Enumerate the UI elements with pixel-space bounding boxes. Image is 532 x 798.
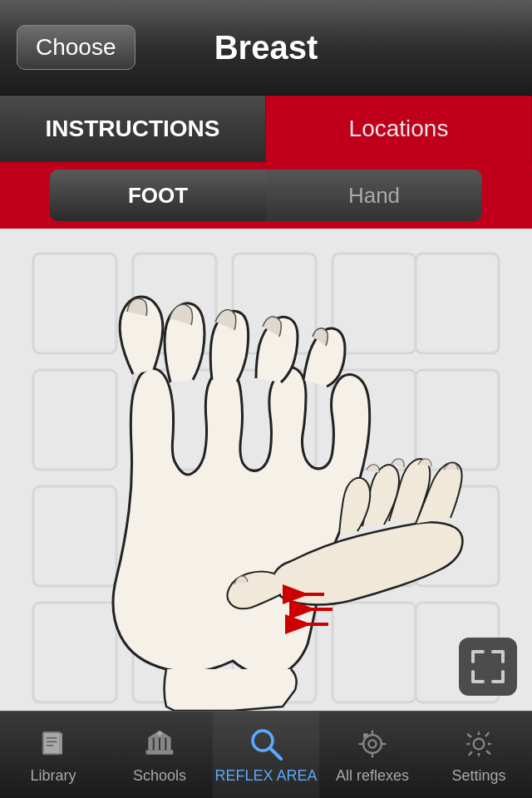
tab-row-1: INSTRUCTIONS Locations	[0, 96, 532, 162]
bottom-navigation: Library Schools REFLEX AR	[0, 711, 532, 798]
svg-point-39	[368, 740, 376, 747]
nav-label-library: Library	[30, 767, 76, 785]
choose-button[interactable]: Choose	[17, 25, 135, 70]
tab-instructions[interactable]: INSTRUCTIONS	[0, 96, 266, 162]
schools-icon	[141, 726, 178, 762]
tab-locations[interactable]: Locations	[266, 96, 532, 162]
nav-label-reflex-area: REFLEX AREA	[214, 767, 317, 785]
nav-label-all-reflexes: All reflexes	[336, 767, 409, 785]
svg-rect-32	[160, 737, 165, 750]
tab-hand[interactable]: Hand	[266, 170, 482, 221]
settings-icon	[461, 726, 497, 762]
svg-point-35	[157, 731, 161, 735]
svg-rect-31	[155, 737, 159, 750]
nav-item-all-reflexes[interactable]: All reflexes	[319, 712, 426, 798]
svg-rect-29	[146, 750, 174, 754]
tab-foot[interactable]: FOOT	[50, 170, 266, 221]
svg-rect-25	[44, 733, 59, 753]
library-icon	[35, 726, 71, 762]
reflex-area-icon	[248, 726, 284, 762]
svg-rect-30	[148, 737, 152, 750]
sub-tab-container: FOOT Hand	[50, 170, 482, 221]
foot-illustration	[0, 229, 532, 711]
nav-item-library[interactable]: Library	[0, 712, 106, 798]
main-content-area	[0, 229, 532, 711]
tab-row-2: FOOT Hand	[0, 162, 532, 229]
nav-item-schools[interactable]: Schools	[106, 712, 213, 798]
app-header: Choose Breast	[0, 0, 532, 96]
nav-item-reflex-area[interactable]: REFLEX AREA	[213, 712, 319, 798]
svg-line-37	[270, 748, 281, 759]
nav-item-settings[interactable]: Settings	[426, 712, 532, 798]
page-title: Breast	[214, 29, 318, 66]
nav-label-settings: Settings	[451, 767, 505, 785]
svg-marker-44	[363, 733, 367, 737]
all-reflexes-icon	[354, 726, 391, 762]
svg-rect-33	[166, 737, 170, 750]
svg-point-45	[474, 738, 485, 749]
nav-label-schools: Schools	[133, 767, 186, 785]
expand-icon	[468, 647, 508, 687]
expand-button[interactable]	[459, 638, 517, 696]
